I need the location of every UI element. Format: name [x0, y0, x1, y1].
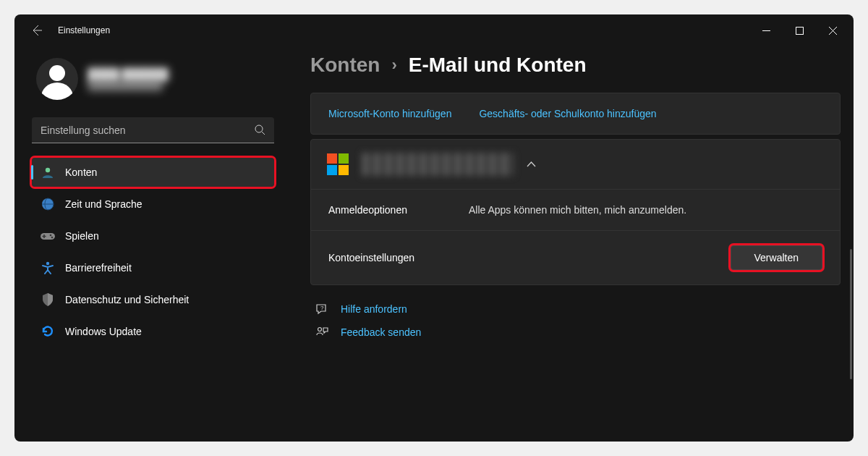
- sidebar-item-privacy[interactable]: Datenschutz und Sicherheit: [32, 285, 274, 314]
- breadcrumb: Konten › E-Mail und Konten: [310, 54, 841, 77]
- profile-text: ████ ██████ ████████████: [88, 68, 168, 90]
- svg-point-5: [50, 235, 52, 237]
- close-icon: [829, 27, 837, 35]
- microsoft-logo-icon: [327, 153, 349, 175]
- search-input-wrap[interactable]: [32, 117, 274, 143]
- search-icon: [255, 124, 265, 135]
- feedback-label: Feedback senden: [341, 326, 421, 338]
- signin-options-value: Alle Apps können mich bitten, mich anzum…: [469, 204, 822, 216]
- sidebar-item-accounts[interactable]: Konten: [32, 158, 274, 187]
- svg-point-1: [255, 125, 263, 132]
- accounts-icon: [41, 165, 55, 180]
- account-card: Anmeldeoptionen Alle Apps können mich bi…: [310, 139, 841, 285]
- signin-options-label: Anmeldeoptionen: [328, 204, 451, 216]
- sidebar-item-label: Spielen: [65, 230, 99, 242]
- sidebar: ████ ██████ ████████████ Konten: [14, 46, 286, 442]
- help-links: ? Hilfe anfordern Feedback senden: [310, 303, 841, 339]
- account-expand-header[interactable]: [311, 140, 840, 190]
- gaming-icon: [41, 229, 55, 243]
- svg-rect-0: [796, 27, 803, 34]
- get-help-label: Hilfe anfordern: [341, 303, 407, 315]
- arrow-left-icon: [31, 25, 43, 36]
- minimize-icon: [762, 27, 770, 35]
- sidebar-item-accessibility[interactable]: Barrierefreiheit: [32, 253, 274, 282]
- svg-point-2: [46, 168, 50, 172]
- chevron-right-icon: ›: [391, 56, 396, 75]
- content-area: ████ ██████ ████████████ Konten: [14, 46, 854, 442]
- scrollbar[interactable]: [850, 249, 852, 379]
- time-language-icon: [41, 197, 55, 211]
- add-microsoft-account-link[interactable]: Microsoft-Konto hinzufügen: [328, 108, 451, 119]
- page-title: E-Mail und Konten: [409, 54, 587, 77]
- chevron-up-icon: [527, 161, 536, 167]
- account-settings-label: Kontoeinstellungen: [328, 252, 451, 263]
- get-help-link[interactable]: ? Hilfe anfordern: [310, 303, 841, 316]
- profile-email: ████████████: [88, 80, 168, 90]
- add-account-links-card: Microsoft-Konto hinzufügen Geschäfts- od…: [310, 93, 841, 135]
- sidebar-item-label: Datenschutz und Sicherheit: [65, 294, 189, 305]
- feedback-link[interactable]: Feedback senden: [310, 326, 841, 339]
- search-input[interactable]: [41, 124, 255, 136]
- profile-name: ████ ██████: [88, 68, 168, 80]
- close-button[interactable]: [816, 20, 849, 41]
- add-work-school-account-link[interactable]: Geschäfts- oder Schulkonto hinzufügen: [479, 108, 656, 119]
- window-title: Einstellungen: [58, 25, 110, 35]
- privacy-icon: [41, 292, 55, 307]
- main-panel: Konten › E-Mail und Konten Microsoft-Kon…: [286, 46, 854, 442]
- settings-window: Einstellungen ████ ██████ ████████████: [14, 14, 854, 442]
- minimize-button[interactable]: [749, 20, 783, 41]
- breadcrumb-parent[interactable]: Konten: [310, 54, 380, 77]
- svg-point-6: [51, 237, 54, 239]
- update-icon: [41, 324, 55, 339]
- signin-options-row[interactable]: Anmeldeoptionen Alle Apps können mich bi…: [311, 190, 840, 231]
- feedback-icon: [315, 326, 329, 339]
- account-settings-row: Kontoeinstellungen Verwalten: [311, 231, 840, 284]
- titlebar: Einstellungen: [14, 14, 854, 46]
- svg-point-7: [46, 262, 49, 265]
- accessibility-icon: [41, 261, 55, 275]
- sidebar-item-label: Windows Update: [65, 326, 142, 337]
- sidebar-item-windows-update[interactable]: Windows Update: [32, 317, 274, 346]
- back-button[interactable]: [25, 18, 49, 43]
- maximize-icon: [796, 27, 804, 35]
- sidebar-item-time-language[interactable]: Zeit und Sprache: [32, 190, 274, 219]
- sidebar-item-gaming[interactable]: Spielen: [32, 221, 274, 250]
- maximize-button[interactable]: [783, 20, 816, 41]
- account-name-redacted: [362, 153, 514, 176]
- sidebar-item-label: Zeit und Sprache: [65, 198, 142, 210]
- avatar: [36, 58, 78, 100]
- sidebar-item-label: Konten: [65, 166, 97, 178]
- svg-text:?: ?: [320, 305, 324, 311]
- manage-button[interactable]: Verwalten: [731, 245, 822, 270]
- sidebar-item-label: Barrierefreiheit: [65, 262, 132, 274]
- svg-point-9: [318, 328, 322, 332]
- profile-block[interactable]: ████ ██████ ████████████: [32, 49, 274, 114]
- help-icon: ?: [315, 303, 329, 316]
